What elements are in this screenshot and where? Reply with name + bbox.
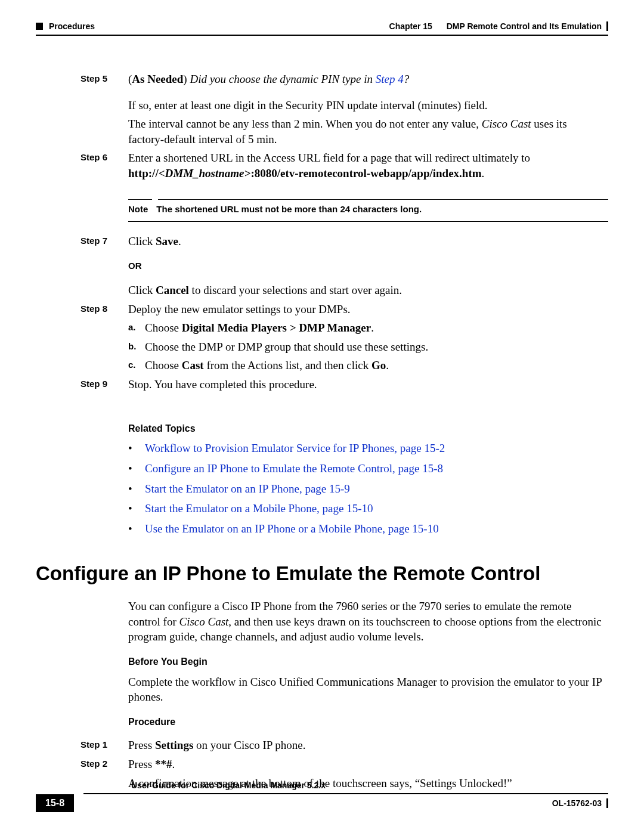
text: <DMM_hostname>	[159, 167, 251, 179]
related-link[interactable]: Configure an IP Phone to Emulate the Rem…	[145, 461, 443, 476]
sub-a: a. Choose Digital Media Players > DMP Ma…	[128, 320, 602, 336]
text: **#	[155, 758, 172, 770]
related-link[interactable]: Start the Emulator on an IP Phone, page …	[145, 481, 350, 497]
note-rule-icon	[128, 199, 152, 200]
list-item: •Use the Emulator on an IP Phone or a Mo…	[128, 521, 602, 537]
text: .	[172, 758, 175, 770]
text: ?	[404, 73, 410, 85]
text: Click	[128, 284, 156, 296]
note-rule-icon	[128, 221, 608, 222]
marker: a.	[128, 320, 145, 336]
page-number-badge: 15-8	[36, 794, 74, 812]
section2-p1: You can configure a Cisco IP Phone from …	[128, 599, 608, 645]
text: Save	[156, 235, 178, 247]
step-8-sublist: a. Choose Digital Media Players > DMP Ma…	[128, 320, 608, 373]
sec2-step-2: Step 2 Press **#.	[36, 757, 608, 772]
step-5-body: (As Needed) Did you choose the dynamic P…	[128, 72, 608, 87]
list-item: •Start the Emulator on a Mobile Phone, p…	[128, 501, 602, 516]
header-rule	[36, 35, 608, 36]
footer-divider-icon	[606, 798, 608, 808]
page-header: Procedures Chapter 15 DMP Remote Control…	[36, 21, 608, 32]
header-right: Chapter 15 DMP Remote Control and Its Em…	[389, 21, 608, 32]
text: Choose	[145, 359, 182, 371]
section2-p2: Complete the workflow in Cisco Unified C…	[128, 674, 608, 705]
marker: b.	[128, 339, 145, 355]
text: Digital Media Players > DMP Manager	[182, 321, 371, 334]
step-9: Step 9 Stop. You have completed this pro…	[36, 377, 608, 392]
marker: c.	[128, 358, 145, 373]
or-label: OR	[128, 260, 608, 272]
footer-doc-id: OL-15762-03	[552, 798, 608, 809]
text: Enter a shortened URL in the Access URL …	[128, 151, 530, 164]
step-7: Step 7 Click Save.	[36, 234, 608, 249]
text: to discard your selections and start ove…	[189, 284, 402, 296]
bullet-icon: •	[128, 481, 145, 497]
sec2-step-1-label: Step 1	[80, 738, 128, 751]
text: on your Cisco IP phone.	[193, 739, 305, 751]
related-topics-list: •Workflow to Provision Emulator Service …	[128, 441, 608, 536]
sec2-step-2-label: Step 2	[80, 757, 128, 770]
text: Cast	[182, 359, 204, 371]
step-8-body: Deploy the new emulator settings to your…	[128, 302, 608, 317]
header-left: Procedures	[36, 21, 95, 32]
step-9-label: Step 9	[80, 377, 128, 390]
page-footer: User Guide for Cisco Digital Media Manag…	[36, 780, 608, 812]
text: Click	[128, 235, 156, 247]
step-6-label: Step 6	[80, 150, 128, 163]
list-item: •Configure an IP Phone to Emulate the Re…	[128, 461, 602, 476]
step-link[interactable]: Step 4	[376, 73, 404, 85]
bullet-icon: •	[128, 461, 145, 476]
related-link[interactable]: Start the Emulator on a Mobile Phone, pa…	[145, 501, 373, 516]
text: Go	[371, 359, 386, 371]
before-you-begin-heading: Before You Begin	[128, 655, 608, 668]
header-section: Procedures	[49, 21, 95, 32]
note-rule-icon	[158, 199, 608, 200]
text: Choose	[145, 321, 182, 334]
text: The interval cannot be any less than 2 m…	[128, 117, 482, 130]
text: .	[178, 235, 181, 247]
step-7-label: Step 7	[80, 234, 128, 247]
sec2-step-1: Step 1 Press Settings on your Cisco IP p…	[36, 738, 608, 753]
related-link[interactable]: Workflow to Provision Emulator Service f…	[145, 441, 445, 456]
step-5-label: Step 5	[80, 72, 128, 85]
header-chapter-label: Chapter 15	[389, 21, 432, 32]
text: .	[386, 359, 389, 371]
header-divider-icon	[606, 21, 608, 31]
step-6-body: Enter a shortened URL in the Access URL …	[128, 150, 608, 181]
text: Settings	[155, 739, 193, 751]
note-block: Note The shortened URL must not be more …	[128, 199, 608, 222]
list-item: •Workflow to Provision Emulator Service …	[128, 441, 602, 456]
bullet-icon: •	[128, 521, 145, 537]
text: Press	[128, 739, 155, 751]
text: Did you choose the dynamic PIN type in	[187, 73, 376, 85]
step-7-body: Click Save.	[128, 234, 608, 249]
text: .	[371, 321, 374, 334]
note-label: Note	[128, 203, 148, 215]
step-9-body: Stop. You have completed this procedure.	[128, 377, 608, 392]
text: from the Actions list, and then click	[204, 359, 371, 371]
text: Cisco Cast	[179, 615, 228, 628]
step-5-p2: The interval cannot be any less than 2 m…	[128, 116, 608, 147]
text: .	[482, 167, 485, 179]
step-8: Step 8 Deploy the new emulator settings …	[36, 302, 608, 317]
step-6: Step 6 Enter a shortened URL in the Acce…	[36, 150, 608, 181]
related-link[interactable]: Use the Emulator on an IP Phone or a Mob…	[145, 521, 439, 537]
footer-guide-title: User Guide for Cisco Digital Media Manag…	[83, 780, 608, 795]
text: http://	[128, 167, 159, 179]
text: OL-15762-03	[552, 798, 602, 809]
note-text: The shortened URL must not be more than …	[156, 203, 422, 215]
related-topics-heading: Related Topics	[128, 422, 608, 435]
header-chapter-title: DMP Remote Control and Its Emulation	[447, 21, 602, 32]
sub-b: b. Choose the DMP or DMP group that shou…	[128, 339, 602, 355]
list-item: •Start the Emulator on an IP Phone, page…	[128, 481, 602, 497]
step-8-label: Step 8	[80, 302, 128, 315]
text: Choose the DMP or DMP group that should …	[145, 339, 602, 355]
text: Cisco Cast	[482, 117, 531, 130]
step-5: Step 5 (As Needed) Did you choose the dy…	[36, 72, 608, 87]
section-title: Configure an IP Phone to Emulate the Rem…	[36, 561, 608, 587]
text: Cancel	[156, 284, 189, 296]
sec2-step-2-body: Press **#.	[128, 757, 608, 772]
step-7-p2: Click Cancel to discard your selections …	[128, 283, 608, 298]
step-5-p1: If so, enter at least one digit in the S…	[128, 98, 608, 113]
bullet-icon: •	[128, 441, 145, 456]
